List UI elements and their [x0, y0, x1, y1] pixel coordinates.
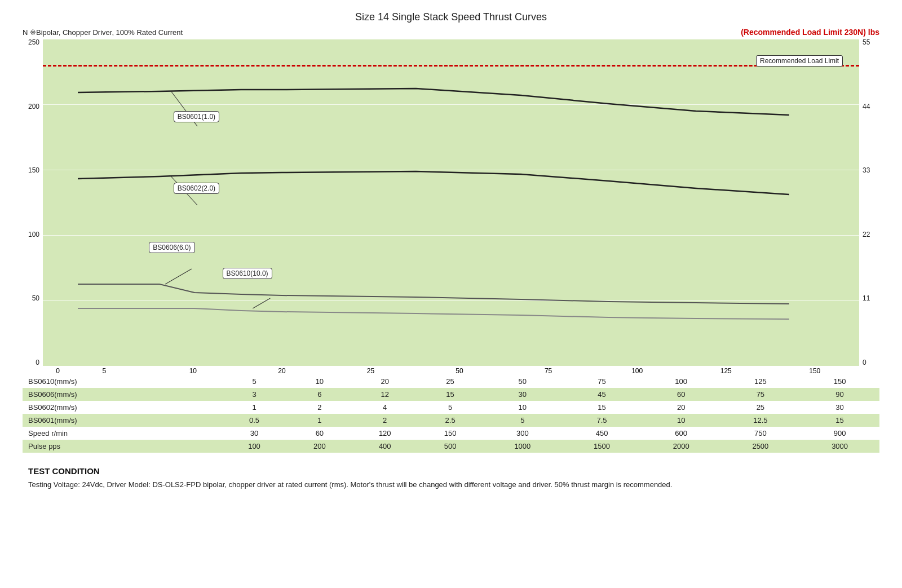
table-cell: 30: [483, 388, 563, 401]
table-row: BS0602(mm/s)12451015202530: [23, 401, 879, 414]
y-right-label: 44: [863, 103, 870, 110]
x-label: 10: [149, 367, 238, 375]
page-title: Size 14 Single Stack Speed Thrust Curves: [23, 11, 879, 23]
x-label: 150: [771, 367, 860, 375]
x-label: 125: [682, 367, 771, 375]
table-cell: 30: [800, 401, 879, 414]
table-cell: 10: [642, 414, 721, 427]
chart-header: N ※Bipolar, Chopper Driver, 100% Rated C…: [23, 28, 879, 37]
table-cell: 500: [418, 440, 483, 453]
table-cell: 25: [418, 375, 483, 388]
recommended-load-limit-label: Recommended Load Limit: [756, 55, 843, 67]
table-cell: 1000: [483, 440, 563, 453]
table-row-label: BS0606(mm/s): [23, 388, 222, 401]
table-cell: 10: [287, 375, 352, 388]
table-cell: 150: [800, 375, 879, 388]
table-cell: 5: [418, 401, 483, 414]
table-cell: 90: [800, 388, 879, 401]
table-cell: 750: [721, 427, 801, 440]
test-condition-heading: TEST CONDITION: [28, 466, 874, 476]
y-left-label: 100: [28, 231, 39, 238]
y-left-label: 250: [28, 39, 39, 46]
y-right-label: 11: [863, 295, 870, 302]
callout-bs0610: BS0610(10.0): [223, 268, 272, 279]
y-left-label: 150: [28, 167, 39, 174]
x-label: 50: [415, 367, 504, 375]
callout-bs0602: BS0602(2.0): [174, 183, 219, 194]
callout-bs0606: BS0606(6.0): [149, 242, 194, 253]
table-cell: 10: [483, 401, 563, 414]
y-right-label: 22: [863, 231, 870, 238]
table-cell: 5: [222, 375, 287, 388]
x-label: 75: [504, 367, 593, 375]
table-cell: 1: [222, 401, 287, 414]
table-cell: 2: [352, 414, 418, 427]
table-row: Pulse pps1002004005001000150020002500300…: [23, 440, 879, 453]
table-row-label: BS0601(mm/s): [23, 414, 222, 427]
subtitle-right: (Recommended Load Limit 230N) lbs: [741, 28, 879, 37]
table-cell: 45: [562, 388, 642, 401]
test-condition: TEST CONDITION Testing Voltage: 24Vdc, D…: [23, 466, 879, 491]
y-axis-right: 55443322110: [859, 39, 879, 366]
table-cell: 12: [352, 388, 418, 401]
table-row: BS0601(mm/s)0.5122.557.51012.515: [23, 414, 879, 427]
table-cell: 5: [483, 414, 563, 427]
svg-line-2: [165, 269, 192, 284]
y-right-label: 33: [863, 167, 870, 174]
table-row: Speed r/min3060120150300450600750900: [23, 427, 879, 440]
table-row-label: Speed r/min: [23, 427, 222, 440]
table-cell: 150: [418, 427, 483, 440]
table-cell: 2000: [642, 440, 721, 453]
table-cell: 60: [642, 388, 721, 401]
table-cell: 300: [483, 427, 563, 440]
table-cell: 15: [418, 388, 483, 401]
table-cell: 7.5: [562, 414, 642, 427]
table-cell: 4: [352, 401, 418, 414]
chart-outer: 250200150100500: [23, 39, 879, 366]
table-cell: 20: [642, 401, 721, 414]
y-right-label: 55: [863, 39, 870, 46]
x-axis-row: 051020255075100125150: [43, 367, 859, 375]
table-cell: 6: [287, 388, 352, 401]
table-cell: 75: [562, 375, 642, 388]
table-row-label: Pulse pps: [23, 440, 222, 453]
table-row-label: BS0602(mm/s): [23, 401, 222, 414]
x-label: 25: [326, 367, 415, 375]
callout-bs0601: BS0601(1.0): [174, 111, 219, 122]
table-cell: 450: [562, 427, 642, 440]
table-cell: 15: [800, 414, 879, 427]
table-cell: 2500: [721, 440, 801, 453]
table-cell: 12.5: [721, 414, 801, 427]
table-cell: 3: [222, 388, 287, 401]
svg-line-3: [253, 298, 270, 308]
table-cell: 400: [352, 440, 418, 453]
y-left-label: 0: [36, 359, 39, 366]
table-cell: 30: [222, 427, 287, 440]
table-cell: 900: [800, 427, 879, 440]
chart-area: BS0601(1.0) BS0602(2.0) BS0606(6.0) BS06…: [43, 39, 859, 366]
test-condition-text: Testing Voltage: 24Vdc, Driver Model: DS…: [28, 479, 874, 491]
table-row: BS0610(mm/s)51020255075100125150: [23, 375, 879, 388]
table-cell: 25: [721, 401, 801, 414]
y-right-label: 0: [863, 359, 866, 366]
curves-svg: [43, 39, 859, 366]
y-left-label: 200: [28, 103, 39, 110]
y-axis-left: 250200150100500: [23, 39, 43, 366]
table-cell: 1: [287, 414, 352, 427]
table-cell: 100: [642, 375, 721, 388]
table-cell: 50: [483, 375, 563, 388]
x-label: 20: [237, 367, 326, 375]
table-cell: 60: [287, 427, 352, 440]
curve-bs0606: [78, 284, 789, 304]
x-label: 100: [593, 367, 682, 375]
table-cell: 125: [721, 375, 801, 388]
table-cell: 0.5: [222, 414, 287, 427]
table-cell: 15: [562, 401, 642, 414]
table-cell: 20: [352, 375, 418, 388]
table-cell: 2.5: [418, 414, 483, 427]
table-cell: 2: [287, 401, 352, 414]
table-row: BS0606(mm/s)3612153045607590: [23, 388, 879, 401]
table-cell: 600: [642, 427, 721, 440]
subtitle-left: N ※Bipolar, Chopper Driver, 100% Rated C…: [23, 28, 183, 37]
table-cell: 3000: [800, 440, 879, 453]
